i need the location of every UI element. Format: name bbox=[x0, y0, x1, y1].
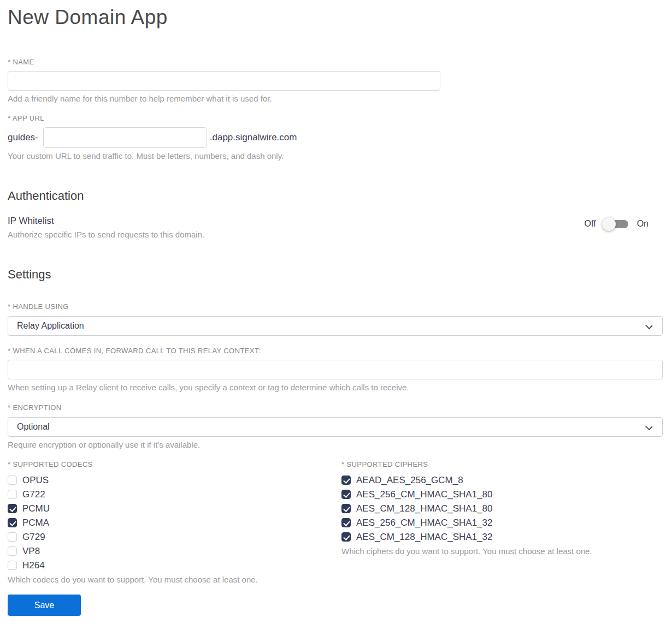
settings-heading: Settings bbox=[8, 267, 663, 282]
cipher-option-label: AES_CM_128_HMAC_SHA1_32 bbox=[356, 531, 492, 543]
toggle-off-label: Off bbox=[585, 219, 596, 229]
codecs-help-text: Which codecs do you want to support. You… bbox=[8, 574, 341, 585]
relay-context-help-text: When setting up a Relay client to receiv… bbox=[8, 382, 663, 393]
cipher-option-aes-256-cm-hmac-sha1-32[interactable]: AES_256_CM_HMAC_SHA1_32 bbox=[341, 515, 663, 530]
ip-whitelist-row: IP Whitelist Authorize specific IPs to s… bbox=[8, 215, 663, 240]
codec-option-h264[interactable]: H264 bbox=[8, 558, 341, 572]
codec-option-label: OPUS bbox=[22, 474, 49, 486]
codec-option-g729[interactable]: G729 bbox=[8, 530, 341, 544]
name-field-group: * NAME Add a friendly name for this numb… bbox=[8, 58, 663, 104]
cipher-option-aes-cm-128-hmac-sha1-80[interactable]: AES_CM_128_HMAC_SHA1_80 bbox=[341, 501, 663, 515]
chevron-down-icon bbox=[645, 423, 652, 430]
save-button[interactable]: Save bbox=[8, 595, 81, 616]
name-input[interactable] bbox=[8, 71, 440, 91]
cipher-option-label: AES_CM_128_HMAC_SHA1_80 bbox=[356, 503, 492, 514]
ip-whitelist-text: IP Whitelist Authorize specific IPs to s… bbox=[8, 215, 204, 240]
ip-whitelist-label: IP Whitelist bbox=[8, 215, 204, 227]
ciphers-help-text: Which ciphers do you want to support. Yo… bbox=[341, 546, 663, 556]
codec-option-vp8[interactable]: VP8 bbox=[8, 544, 341, 558]
encryption-help-text: Require encryption or optionally use it … bbox=[8, 439, 663, 450]
handle-using-selected-value: Relay Application bbox=[17, 321, 84, 331]
ip-whitelist-toggle-group: Off On bbox=[585, 219, 649, 229]
app-url-input[interactable] bbox=[43, 127, 207, 148]
cipher-option-aes-cm-128-hmac-sha1-32[interactable]: AES_CM_128_HMAC_SHA1_32 bbox=[341, 530, 663, 544]
app-url-label: * APP URL bbox=[8, 114, 663, 122]
app-url-help-text: Your custom URL to send traffic to. Must… bbox=[8, 151, 663, 161]
new-domain-app-page: New Domain App * NAME Add a friendly nam… bbox=[0, 0, 672, 624]
relay-context-label: * WHEN A CALL COMES IN, FORWARD CALL TO … bbox=[8, 347, 663, 355]
codec-option-label: PCMA bbox=[22, 517, 49, 528]
checkbox-icon[interactable] bbox=[341, 476, 351, 485]
checkbox-icon[interactable] bbox=[341, 504, 351, 513]
checkbox-icon[interactable] bbox=[8, 490, 17, 499]
codec-option-g722[interactable]: G722 bbox=[8, 487, 341, 501]
codecs-checkbox-list: OPUS G722 PCMU PCMA G729 bbox=[8, 473, 341, 572]
checkbox-icon[interactable] bbox=[8, 532, 17, 542]
relay-context-field-group: * WHEN A CALL COMES IN, FORWARD CALL TO … bbox=[8, 347, 663, 393]
cipher-option-aes-256-cm-hmac-sha1-80[interactable]: AES_256_CM_HMAC_SHA1_80 bbox=[341, 487, 663, 501]
supported-ciphers-group: * SUPPORTED CIPHERS AEAD_AES_256_GCM_8 A… bbox=[341, 460, 663, 585]
relay-context-input[interactable] bbox=[8, 360, 663, 379]
codec-option-label: PCMU bbox=[22, 503, 50, 514]
encryption-field-group: * ENCRYPTION Optional Require encryption… bbox=[8, 403, 663, 450]
supported-codecs-group: * SUPPORTED CODECS OPUS G722 PCMU PCMA bbox=[8, 460, 341, 585]
cipher-option-aead-aes-256-gcm-8[interactable]: AEAD_AES_256_GCM_8 bbox=[341, 473, 663, 487]
codecs-ciphers-row: * SUPPORTED CODECS OPUS G722 PCMU PCMA bbox=[8, 460, 663, 585]
codec-option-opus[interactable]: OPUS bbox=[8, 473, 341, 487]
supported-ciphers-label: * SUPPORTED CIPHERS bbox=[341, 460, 663, 468]
checkbox-icon[interactable] bbox=[341, 490, 351, 499]
encryption-selected-value: Optional bbox=[17, 422, 50, 432]
chevron-down-icon bbox=[645, 322, 652, 329]
checkbox-icon[interactable] bbox=[8, 546, 17, 556]
authentication-heading: Authentication bbox=[8, 188, 663, 203]
encryption-label: * ENCRYPTION bbox=[8, 403, 663, 412]
name-help-text: Add a friendly name for this number to h… bbox=[8, 93, 663, 104]
checkbox-icon[interactable] bbox=[8, 504, 17, 513]
page-title: New Domain App bbox=[8, 5, 663, 29]
codec-option-label: G729 bbox=[22, 531, 45, 543]
checkbox-icon[interactable] bbox=[8, 561, 17, 570]
cipher-option-label: AES_256_CM_HMAC_SHA1_80 bbox=[356, 489, 492, 500]
handle-using-select[interactable]: Relay Application bbox=[8, 316, 663, 336]
checkbox-icon[interactable] bbox=[341, 518, 351, 527]
toggle-knob bbox=[602, 217, 616, 231]
codec-option-label: VP8 bbox=[22, 545, 40, 557]
ip-whitelist-description: Authorize specific IPs to send requests … bbox=[8, 229, 204, 240]
cipher-option-label: AES_256_CM_HMAC_SHA1_32 bbox=[356, 517, 492, 528]
checkbox-icon[interactable] bbox=[8, 476, 17, 485]
checkbox-icon[interactable] bbox=[341, 532, 351, 542]
codec-option-label: H264 bbox=[22, 560, 45, 571]
ip-whitelist-toggle[interactable] bbox=[603, 220, 628, 228]
supported-codecs-label: * SUPPORTED CODECS bbox=[8, 460, 341, 468]
checkbox-icon[interactable] bbox=[8, 518, 17, 527]
codec-option-pcmu[interactable]: PCMU bbox=[8, 501, 341, 515]
app-url-prefix: guides- bbox=[8, 132, 38, 143]
encryption-select[interactable]: Optional bbox=[8, 417, 663, 437]
name-label: * NAME bbox=[8, 58, 663, 66]
toggle-on-label: On bbox=[637, 219, 649, 229]
codec-option-label: G722 bbox=[22, 489, 45, 500]
app-url-field-group: * APP URL guides- .dapp.signalwire.com Y… bbox=[8, 114, 663, 161]
app-url-suffix: .dapp.signalwire.com bbox=[210, 132, 297, 143]
handle-using-label: * HANDLE USING bbox=[8, 302, 663, 311]
app-url-row: guides- .dapp.signalwire.com bbox=[8, 127, 663, 148]
cipher-option-label: AEAD_AES_256_GCM_8 bbox=[356, 474, 463, 486]
codec-option-pcma[interactable]: PCMA bbox=[8, 515, 341, 530]
ciphers-checkbox-list: AEAD_AES_256_GCM_8 AES_256_CM_HMAC_SHA1_… bbox=[341, 473, 663, 544]
handle-using-field-group: * HANDLE USING Relay Application bbox=[8, 302, 663, 336]
